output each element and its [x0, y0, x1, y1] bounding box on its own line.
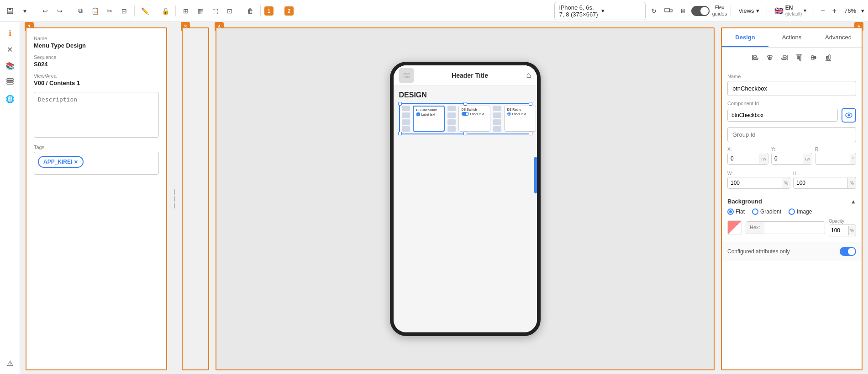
- zoom-dropdown-icon[interactable]: ▾: [861, 7, 864, 14]
- ds-radio-row: Label text: [507, 112, 533, 116]
- bg-flat-radio: [727, 208, 734, 215]
- components-icon[interactable]: ⊡: [223, 5, 236, 17]
- ds-radio-title: DS Radio: [507, 108, 533, 111]
- ds-checkbox-component[interactable]: DS Checkbox ✓ Label text: [413, 106, 445, 132]
- device-selector[interactable]: iPhone 6, 6s, 7, 8 (375×667) ▾: [554, 2, 646, 20]
- align-center-v-button[interactable]: [807, 51, 820, 64]
- h-input-wrap: %: [793, 177, 856, 189]
- delete-icon[interactable]: 🗑: [244, 5, 257, 17]
- ds-switch-component[interactable]: DS Switch Label text: [458, 106, 490, 132]
- sep1: [35, 5, 35, 16]
- name-input[interactable]: [727, 81, 856, 96]
- warning-icon[interactable]: ⚠: [3, 356, 17, 370]
- opacity-input[interactable]: [829, 225, 848, 236]
- undo-icon[interactable]: ↩: [39, 5, 52, 17]
- hex-input[interactable]: [764, 222, 825, 234]
- zoom-value[interactable]: 76%: [841, 7, 859, 14]
- opacity-input-wrap: %: [829, 224, 856, 236]
- r-input-wrap: °: [815, 153, 856, 165]
- panel-resize-handle[interactable]: [172, 27, 177, 370]
- configured-toggle-knob: [848, 248, 855, 255]
- align-center-h-button[interactable]: [763, 51, 776, 64]
- configured-toggle[interactable]: [840, 247, 856, 256]
- language-selector[interactable]: 🇬🇧 EN (default) ▾: [771, 3, 810, 18]
- bg-gradient-option[interactable]: Gradient: [752, 208, 781, 215]
- y-input[interactable]: [772, 153, 803, 164]
- component-id-input[interactable]: [727, 109, 838, 122]
- responsive-icon[interactable]: [662, 5, 675, 17]
- pen-icon[interactable]: ✏️: [138, 5, 151, 17]
- visibility-button[interactable]: [842, 108, 856, 123]
- layers-icon[interactable]: ⊟: [118, 5, 131, 17]
- close-icon[interactable]: ✕: [3, 42, 17, 57]
- align-top-button[interactable]: [793, 51, 805, 64]
- book-icon[interactable]: 📚: [3, 59, 17, 73]
- sep10: [814, 5, 814, 16]
- flex-toggle[interactable]: [691, 6, 710, 16]
- opacity-label: Opacity:: [829, 219, 856, 224]
- zoom-out-button[interactable]: −: [818, 6, 827, 16]
- canvas-panel-outer: 4 letartmoto Header Title ⌂: [216, 27, 715, 370]
- opacity-suffix: %: [848, 226, 856, 235]
- svg-rect-24: [826, 56, 828, 59]
- bg-image-radio: [789, 208, 795, 215]
- canvas-area[interactable]: letartmoto Header Title ⌂ DESIGN: [216, 27, 715, 370]
- sidebar-item-r4: [447, 126, 456, 132]
- grid-icon[interactable]: ⊞: [179, 5, 192, 17]
- dropdown-arrow-icon[interactable]: ▾: [18, 5, 31, 17]
- configured-label: Configured attributes only: [727, 248, 790, 255]
- save-icon[interactable]: [4, 5, 16, 17]
- layout-icon[interactable]: ▦: [194, 5, 207, 17]
- selection-handle-bl: [398, 132, 402, 135]
- background-toggle-icon[interactable]: ▲: [851, 198, 856, 205]
- ds-radio-component[interactable]: DS Radio Label text: [504, 106, 536, 132]
- badge-1: 1: [264, 6, 274, 16]
- tag-chip-app-kirei[interactable]: APP_KIREI ×: [38, 156, 84, 168]
- w-unit: %: [782, 178, 790, 188]
- sidebar-item-r2: [447, 112, 456, 118]
- phone-scrollbar[interactable]: [534, 157, 537, 193]
- bg-flat-option[interactable]: Flat: [727, 208, 745, 215]
- monitor-icon[interactable]: 🖥: [677, 5, 689, 17]
- selection-handle-tr: [529, 102, 532, 106]
- x-label: X:: [727, 147, 768, 152]
- sidebar-item-3: [402, 119, 410, 125]
- x-input[interactable]: [728, 153, 759, 164]
- lock-icon[interactable]: 🔒: [159, 5, 172, 17]
- zoom-in-button[interactable]: +: [830, 6, 839, 16]
- tab-design[interactable]: Design: [722, 28, 768, 47]
- paste-icon[interactable]: 📋: [89, 5, 101, 17]
- selection-handle-br: [529, 132, 532, 135]
- align-bottom-button[interactable]: [822, 51, 835, 64]
- h-input[interactable]: [794, 177, 847, 188]
- svg-rect-6: [7, 83, 13, 84]
- cut-icon[interactable]: ✂: [103, 5, 116, 17]
- toolbar: ▾ ↩ ↪ ⧉ 📋 ✂ ⊟ ✏️ 🔒 ⊞ ▦ ⬚ ⊡ 🗑 1 2 iPhone …: [0, 0, 868, 22]
- globe-icon[interactable]: 🌐: [3, 91, 17, 106]
- r-input[interactable]: [815, 153, 850, 164]
- align-right-button[interactable]: [778, 51, 791, 64]
- h-label: H:: [793, 171, 856, 176]
- panel-3-outer: 3: [182, 27, 209, 370]
- main-layout: ℹ ✕ 📚 🌐 ⚠ 1 Name Menu Type Design Sequen…: [0, 22, 868, 374]
- info-icon[interactable]: ℹ: [3, 26, 17, 40]
- tab-advanced[interactable]: Advanced: [815, 28, 862, 47]
- bg-image-option[interactable]: Image: [789, 208, 812, 215]
- align-left-button[interactable]: [749, 51, 762, 64]
- frame-icon[interactable]: ⬚: [209, 5, 221, 17]
- layers-panel-icon[interactable]: [3, 75, 17, 90]
- copy-icon[interactable]: ⧉: [74, 5, 87, 17]
- views-button[interactable]: Views ▾: [735, 5, 763, 16]
- description-textarea[interactable]: [34, 92, 159, 138]
- group-id-input[interactable]: [727, 127, 856, 142]
- badge-2: 2: [284, 6, 294, 16]
- lang-dropdown-icon: ▾: [804, 7, 806, 14]
- tab-actions[interactable]: Actions: [768, 28, 815, 47]
- tag-remove-icon[interactable]: ×: [74, 158, 78, 166]
- w-input[interactable]: [728, 177, 782, 188]
- info-panel-outer: 1 Name Menu Type Design Sequence S024 Vi…: [26, 27, 167, 370]
- background-label: Background: [727, 198, 762, 205]
- refresh-icon[interactable]: ↻: [647, 5, 660, 17]
- redo-icon[interactable]: ↪: [53, 5, 66, 17]
- color-preview[interactable]: [727, 220, 742, 235]
